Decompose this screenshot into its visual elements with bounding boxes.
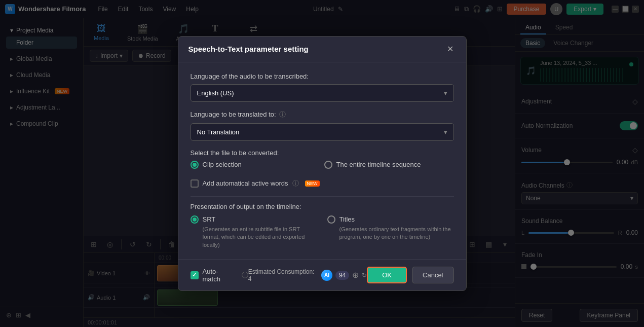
titles-option-header: Titles [327,215,454,224]
audio-language-label: Language of the audio to be transcribed: [191,72,454,80]
clip-selection-label: Clip selection [203,161,242,168]
add-words-new-badge: NEW [305,180,320,187]
credit-count: 94 [335,271,349,280]
add-credits-icon[interactable]: ⊕ [352,270,359,280]
entire-timeline-label: The entire timeline sequence [336,161,421,168]
add-words-checkbox[interactable] [191,179,199,188]
srt-label: SRT [203,215,216,223]
footer-buttons: OK Cancel [367,267,453,283]
translation-value: No Translation [197,128,240,136]
modal-title: Speech-to-Text parameter setting [188,45,309,53]
add-words-label: Add automatical active words [203,179,288,187]
titles-desc: (Generates ordinary text fragments withi… [339,226,454,241]
checkmark-icon: ✓ [192,272,197,278]
audio-language-select[interactable]: English (US) ▾ [191,84,454,102]
clip-selection-option[interactable]: Clip selection [191,161,320,169]
srt-option-header: SRT [191,215,317,224]
auto-match-option[interactable]: ✓ Auto-match ⓘ [191,268,248,283]
modal-header: Speech-to-Text parameter setting ✕ [178,37,466,62]
footer-left: ✓ Auto-match ⓘ [191,268,248,283]
file-convert-options: Clip selection The entire timeline seque… [191,161,454,173]
output-label: Presentation of output on the timeline: [191,203,454,210]
auto-match-help-icon[interactable]: ⓘ [242,271,248,280]
speech-to-text-modal: Speech-to-Text parameter setting ✕ Langu… [178,36,467,291]
clip-selection-radio[interactable] [191,161,199,169]
consumption-label: Estimated Consumption: 4 [248,268,319,282]
entire-timeline-radio[interactable] [324,161,332,169]
refresh-icon[interactable]: ↻ [362,272,367,279]
srt-option[interactable]: SRT (Generates an entire subtitle file i… [191,215,317,249]
file-convert-label: Select the file to be converted: [191,149,454,157]
modal-body: Language of the audio to be transcribed:… [178,62,466,259]
output-options: SRT (Generates an entire subtitle file i… [191,215,454,249]
ok-button[interactable]: OK [367,267,407,283]
ai-icon: AI [321,270,332,281]
entire-timeline-option[interactable]: The entire timeline sequence [324,161,454,169]
titles-radio[interactable] [327,215,335,224]
section-divider [191,196,454,197]
titles-label: Titles [339,215,355,223]
consumption-info: Estimated Consumption: 4 AI 94 ⊕ ↻ [248,268,367,282]
srt-desc: (Generates an entire subtitle file in SR… [203,226,317,249]
add-words-option[interactable]: Add automatical active words ⓘ NEW [191,179,454,188]
auto-match-checkbox[interactable]: ✓ [191,271,199,279]
audio-language-chevron-icon: ▾ [444,89,447,97]
srt-radio[interactable] [191,215,199,224]
translation-label: Language to be translated to: ⓘ [191,110,454,119]
cancel-button[interactable]: Cancel [412,267,453,283]
audio-language-value: English (US) [197,89,234,97]
titles-option[interactable]: Titles (Generates ordinary text fragment… [327,215,454,249]
modal-footer: ✓ Auto-match ⓘ Estimated Consumption: 4 … [178,259,466,290]
translation-select[interactable]: No Translation ▾ [191,123,454,141]
modal-close-button[interactable]: ✕ [445,44,456,55]
translation-help-icon[interactable]: ⓘ [279,110,286,119]
modal-overlay: Speech-to-Text parameter setting ✕ Langu… [0,0,644,327]
translation-chevron-icon: ▾ [444,128,447,136]
auto-match-label: Auto-match [203,268,236,283]
add-words-help-icon[interactable]: ⓘ [292,179,299,188]
